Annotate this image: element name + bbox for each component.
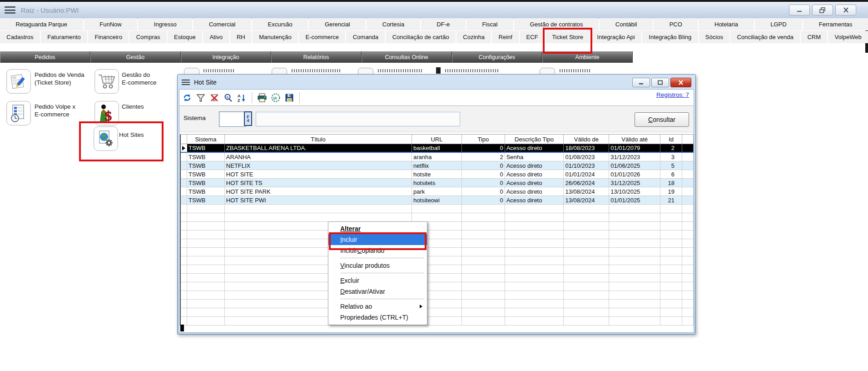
- cell-sistema[interactable]: TSWB: [187, 153, 225, 161]
- cell-descric-a-o-tipo[interactable]: Acesso direto: [505, 161, 564, 170]
- restore-button[interactable]: [812, 5, 833, 15]
- menu-module-ativo[interactable]: Ativo: [203, 31, 229, 43]
- column-header-tipo[interactable]: Tipo: [462, 135, 505, 144]
- column-header-ti-tulo[interactable]: Título: [225, 135, 412, 144]
- menu-top-hotelaria[interactable]: Hotelaria: [699, 18, 754, 30]
- menu-top-excursa-o[interactable]: Excursão: [252, 18, 308, 30]
- cell-ti-tulo[interactable]: ARANHA: [225, 153, 412, 161]
- cell-va-lido-de[interactable]: 01/10/2023: [564, 161, 609, 170]
- minimize-button[interactable]: [789, 5, 810, 15]
- column-header-va-lido-ate[interactable]: Válido até: [609, 135, 660, 144]
- refresh-button[interactable]: [182, 93, 192, 103]
- cell-descric-a-o-tipo[interactable]: Acesso direto: [505, 179, 564, 187]
- menu-top-cortesia[interactable]: Cortesia: [367, 18, 420, 30]
- cell-id[interactable]: 5: [660, 161, 682, 170]
- cell-url[interactable]: hotsiteowi: [412, 196, 462, 205]
- cell-id[interactable]: 2: [660, 144, 682, 153]
- minimize-button[interactable]: [632, 78, 650, 87]
- menu-module-cadastros[interactable]: Cadastros: [0, 31, 40, 43]
- menu-module-conciliac-a-o-de-venda[interactable]: Conciliação de venda: [730, 31, 800, 43]
- cell-url[interactable]: basketball: [412, 144, 462, 153]
- ribbon-tab-configurac-o-es[interactable]: Configurações: [452, 51, 542, 63]
- shortcut-hot-sites-label[interactable]: Hot Sites: [119, 131, 144, 139]
- menu-module-ticket-store[interactable]: Ticket Store: [546, 31, 590, 43]
- table-row[interactable]: TSWBNETFLIXnetflix0Acesso direto01/10/20…: [181, 161, 694, 170]
- cell-va-lido-de[interactable]: 01/01/2024: [564, 170, 609, 179]
- close-button[interactable]: [670, 78, 691, 87]
- cell-sistema[interactable]: TSWB: [187, 144, 225, 153]
- hamburger-icon[interactable]: [182, 80, 190, 85]
- cell-tipo[interactable]: 0: [462, 170, 505, 179]
- cell-sistema[interactable]: TSWB: [187, 187, 225, 196]
- menu-module-reinf[interactable]: Reinf: [492, 31, 519, 43]
- table-row[interactable]: TSWBHOT SITE PWIhotsiteowi0Acesso direto…: [181, 196, 694, 205]
- cell-va-lido-ate[interactable]: 31/12/2025: [609, 179, 660, 187]
- column-header-sistema[interactable]: Sistema: [187, 135, 225, 144]
- cell-id[interactable]: 21: [660, 196, 682, 205]
- table-row[interactable]: TSWBZBASKETBALL ARENA LTDA.basketball0Ac…: [181, 144, 694, 153]
- cell-descric-a-o-tipo[interactable]: Acesso direto: [505, 170, 564, 179]
- cell-url[interactable]: hotsite: [412, 170, 462, 179]
- cell-va-lido-ate[interactable]: 01/06/2025: [609, 161, 660, 170]
- cell-va-lido-de[interactable]: 18/08/2023: [564, 144, 609, 153]
- shortcut-gestao-ecommerce[interactable]: [94, 69, 119, 94]
- menu-top-lgpd[interactable]: LGPD: [755, 18, 803, 30]
- cell-ti-tulo[interactable]: ZBASKETBALL ARENA LTDA.: [225, 144, 412, 153]
- cell-ti-tulo[interactable]: HOT SITE TS: [225, 179, 412, 187]
- empty-row[interactable]: [181, 248, 694, 256]
- menu-module-e-commerce[interactable]: E-commerce: [299, 31, 345, 43]
- cell-va-lido-ate[interactable]: 01/01/2025: [609, 196, 660, 205]
- context-menu-item-propriedades-ctrl-t[interactable]: Propriedades (CTRL+T): [328, 312, 427, 323]
- table-row[interactable]: TSWBHOT SITE TShotsitets0Acesso direto26…: [181, 179, 694, 187]
- cell-descric-a-o-tipo[interactable]: Acesso direto: [505, 144, 564, 153]
- cell-url[interactable]: aranha: [412, 153, 462, 161]
- empty-row[interactable]: [181, 205, 694, 213]
- menu-module-so-cios[interactable]: Sócios: [699, 31, 730, 43]
- cell-tipo[interactable]: 0: [462, 161, 505, 170]
- menu-module-estoque[interactable]: Estoque: [168, 31, 202, 43]
- maximize-button[interactable]: [651, 78, 669, 87]
- empty-row[interactable]: [181, 300, 694, 308]
- empty-row[interactable]: [181, 308, 694, 317]
- cell-id[interactable]: 19: [660, 187, 682, 196]
- sort-button[interactable]: A Z: [237, 93, 247, 103]
- filter-button[interactable]: [196, 93, 206, 103]
- cell-va-lido-ate[interactable]: 01/01/2079: [609, 144, 660, 153]
- cell-sistema[interactable]: TSWB: [187, 161, 225, 170]
- cell-va-lido-ate[interactable]: 13/10/2025: [609, 187, 660, 196]
- menu-module-comanda[interactable]: Comanda: [346, 31, 385, 43]
- cell-url[interactable]: netflix: [412, 161, 462, 170]
- ribbon-tab-relato-rios[interactable]: Relatórios: [271, 51, 362, 63]
- menu-module-integrac-a-o-bling[interactable]: Integração Bling: [642, 31, 698, 43]
- cell-ti-tulo[interactable]: NETFLIX: [225, 161, 412, 170]
- ribbon-tab-integrac-a-o[interactable]: Integração: [181, 51, 271, 63]
- cell-ti-tulo[interactable]: HOT SITE PARK: [225, 187, 412, 196]
- menu-module-rh[interactable]: RH: [230, 31, 252, 43]
- column-header-va-lido-de[interactable]: Válido de: [564, 135, 609, 144]
- empty-row[interactable]: [181, 274, 694, 282]
- shortcut-clientes-label[interactable]: Clientes: [122, 103, 144, 110]
- menu-top-fiscal[interactable]: Fiscal: [466, 18, 513, 30]
- empty-row[interactable]: [181, 256, 694, 265]
- menu-module-faturamento[interactable]: Faturamento: [41, 31, 87, 43]
- cell-tipo[interactable]: 0: [462, 179, 505, 187]
- shortcut-gestao-ecommerce-label[interactable]: Gestão doE-commerce: [122, 71, 157, 86]
- ia-export-button[interactable]: IA: [271, 93, 281, 103]
- cell-ti-tulo[interactable]: HOT SITE PWI: [225, 196, 412, 205]
- context-menu-item-alterar[interactable]: Alterar: [328, 223, 427, 234]
- hamburger-icon[interactable]: [5, 6, 15, 14]
- menu-module-volpeweb[interactable]: VolpeWeb: [828, 31, 868, 43]
- hot-site-titlebar[interactable]: Hot Site: [179, 75, 694, 89]
- context-menu-item-incluir-copiando[interactable]: Incluir Copiando: [328, 245, 427, 256]
- empty-row[interactable]: [181, 282, 694, 291]
- f4-lookup-button[interactable]: F 4: [244, 111, 252, 126]
- context-menu-item-relativo-ao[interactable]: Relativo ao: [328, 301, 427, 312]
- menu-top-pco[interactable]: PCO: [654, 18, 698, 30]
- empty-row[interactable]: [181, 265, 694, 274]
- shortcut-pedidos-de-venda-label[interactable]: Pedidos de Venda(Ticket Store): [35, 71, 84, 86]
- context-menu-item-vincular-produtos[interactable]: Vincular produtos: [328, 260, 427, 271]
- cell-id[interactable]: 6: [660, 170, 682, 179]
- menu-top-df-e[interactable]: DF-e: [421, 18, 466, 30]
- menu-top-ferramentas[interactable]: Ferramentas: [803, 18, 868, 30]
- cell-ti-tulo[interactable]: HOT SITE: [225, 170, 412, 179]
